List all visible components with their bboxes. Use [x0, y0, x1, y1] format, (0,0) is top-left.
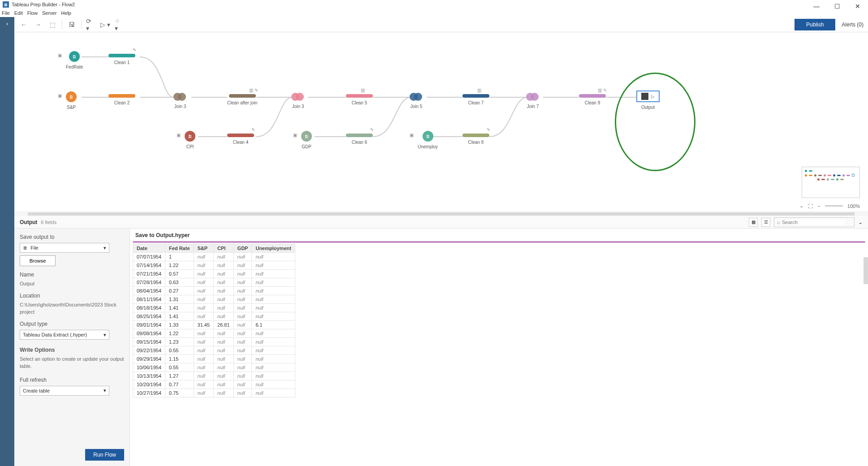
table-cell: null — [233, 278, 252, 287]
node-clean1[interactable]: ✎ Clean 1 — [108, 54, 135, 65]
node-join5[interactable]: .node[data-name="node-join5"] .join::bef… — [410, 92, 423, 109]
table-row[interactable]: 09/22/19540.55nullnullnullnull — [133, 346, 295, 355]
alerts-label[interactable]: Alerts (0) — [842, 22, 864, 28]
column-header[interactable]: CPI — [214, 244, 234, 253]
table-row[interactable]: 07/07/19541nullnullnullnull — [133, 253, 295, 261]
node-clean5[interactable]: ▥ Clean 5 — [346, 94, 373, 105]
menu-flow[interactable]: Flow — [27, 10, 38, 16]
run-icon[interactable]: ▷ ▾ — [100, 20, 110, 30]
node-gdp[interactable]: ▣ 🗎 GDP — [301, 131, 312, 149]
node-clean7[interactable]: ▥ Clean 7 — [462, 94, 489, 105]
minimap[interactable] — [802, 167, 860, 198]
menu-edit[interactable]: Edit — [14, 10, 23, 16]
node-clean6[interactable]: ✎ Clean 6 — [346, 134, 373, 145]
node-sp[interactable]: ▣ 🗎 S&P — [66, 91, 77, 110]
run-flow-button[interactable]: Run Flow — [85, 449, 124, 461]
search-box[interactable]: ⌕ — [774, 217, 855, 227]
clean-bar — [229, 94, 256, 98]
node-output[interactable]: ▷ Output — [636, 91, 660, 110]
table-cell: null — [214, 270, 234, 278]
table-cell: 1.33 — [165, 321, 194, 329]
node-clean8[interactable]: ✎ Clean 8 — [462, 134, 489, 145]
node-fedrate[interactable]: ▣ 🗎 FedRate — [66, 51, 83, 69]
close-button[interactable]: ✕ — [847, 0, 868, 13]
node-clean4[interactable]: ✎ Clean 4 — [227, 134, 254, 145]
table-row[interactable]: 09/08/19541.22nullnullnullnull — [133, 329, 295, 338]
node-label: Join 3 — [173, 104, 187, 109]
column-header[interactable]: Date — [133, 244, 165, 253]
table-cell: null — [233, 261, 252, 270]
canvas-scrollbar[interactable] — [14, 211, 868, 216]
fullscreen-icon[interactable]: ⛶ — [808, 203, 813, 209]
table-row[interactable]: 08/25/19541.41nullnullnullnull — [133, 312, 295, 321]
left-rail[interactable]: › — [0, 17, 14, 466]
table-cell: 26.81 — [214, 321, 234, 329]
refresh-icon[interactable]: ⟳ ▾ — [86, 20, 96, 30]
table-row[interactable]: 07/14/19541.22nullnullnullnull — [133, 261, 295, 270]
table-cell: null — [252, 372, 295, 380]
output-type-select[interactable]: Tableau Data Extract (.hyper) ▾ — [20, 330, 109, 340]
table-row[interactable]: 08/11/19541.31nullnullnullnull — [133, 295, 295, 304]
node-clean2[interactable]: Clean 2 — [108, 94, 135, 105]
play-icon[interactable]: ▷ — [651, 94, 655, 99]
maximize-button[interactable]: ☐ — [827, 0, 847, 13]
column-header[interactable]: Unemployment — [252, 244, 295, 253]
back-button[interactable]: ← — [19, 20, 29, 30]
full-refresh-select[interactable]: Create table ▾ — [20, 386, 109, 396]
node-join7[interactable]: .node[data-name="node-join7"] .join::bef… — [526, 92, 540, 109]
expand-rail-icon[interactable]: › — [6, 21, 8, 27]
table-row[interactable]: 08/04/19540.27nullnullnullnull — [133, 287, 295, 295]
column-header[interactable]: GDP — [233, 244, 252, 253]
menu-server[interactable]: Server — [42, 10, 56, 16]
table-cell: null — [194, 295, 214, 304]
table-row[interactable]: 09/29/19541.15nullnullnullnull — [133, 355, 295, 363]
table-row[interactable]: 10/27/19540.75nullnullnullnull — [133, 389, 295, 397]
node-cleanafterjoin[interactable]: ▥ ✎ Clean after join — [227, 94, 257, 105]
node-join3a[interactable]: .node[data-name="node-join3a"] .join::be… — [173, 92, 187, 109]
list-view-icon[interactable]: ☰ — [761, 218, 770, 227]
node-join3b[interactable]: .node[data-name="node-join3b"] .join::be… — [291, 92, 305, 109]
minimize-button[interactable]: — — [806, 0, 827, 13]
flow-canvas[interactable]: ▣ 🗎 FedRate ✎ Clean 1 ▣ 🗎 S&P Cl — [14, 32, 868, 211]
table-row[interactable]: 07/28/19540.63nullnullnullnull — [133, 278, 295, 287]
node-clean9[interactable]: ▥ ✎ Clean 9 — [579, 94, 606, 105]
dropdown-icon[interactable]: ⌄ — [858, 219, 863, 225]
browse-button[interactable]: Browse — [20, 255, 56, 266]
table-row[interactable]: 10/13/19541.27nullnullnullnull — [133, 372, 295, 380]
node-cpi[interactable]: ▣ 🗎 CPI — [185, 131, 195, 149]
table-cell: 09/15/1954 — [133, 338, 165, 346]
full-refresh-label: Full refresh — [20, 377, 124, 383]
table-cell: 1.15 — [165, 355, 194, 363]
zoom-out-icon[interactable]: − — [817, 203, 820, 209]
search-input[interactable] — [782, 220, 845, 225]
menu-file[interactable]: File — [2, 10, 10, 16]
cluster-icon[interactable]: ⁘ ▾ — [115, 20, 125, 30]
save-to-title: Save to Output.hyper — [130, 229, 868, 241]
table-row[interactable]: 10/06/19540.55nullnullnullnull — [133, 363, 295, 372]
table-scrollbar[interactable] — [864, 257, 868, 284]
table-cell: null — [194, 312, 214, 321]
table-row[interactable]: 07/21/19540.57nullnullnullnull — [133, 270, 295, 278]
table-row[interactable]: 08/18/19541.41nullnullnullnull — [133, 304, 295, 312]
grid-view-icon[interactable]: ▦ — [749, 218, 758, 227]
collapse-icon[interactable]: ⌄ — [799, 203, 803, 209]
column-header[interactable]: Fed Rate — [165, 244, 194, 253]
table-cell: null — [233, 346, 252, 355]
table-row[interactable]: 09/15/19541.23nullnullnullnull — [133, 338, 295, 346]
table-row[interactable]: 10/20/19540.77nullnullnullnull — [133, 380, 295, 389]
menu-help[interactable]: Help — [61, 10, 71, 16]
presentation-icon[interactable]: ⬚ — [48, 20, 57, 30]
node-label: Join 5 — [410, 104, 423, 109]
datasource-circle: 🗎 — [66, 91, 77, 102]
save-output-select[interactable]: 🗎File ▾ — [20, 243, 109, 253]
table-cell: null — [214, 295, 234, 304]
column-header[interactable]: S&P — [194, 244, 214, 253]
node-unemploy[interactable]: ▣ 🗎 Unemploy — [418, 131, 438, 149]
table-cell: null — [252, 355, 295, 363]
save-icon[interactable]: 🖫 — [67, 20, 77, 30]
forward-button[interactable]: → — [33, 20, 43, 30]
table-row[interactable]: 09/01/19541.3331.4526.81null6.1 — [133, 321, 295, 329]
name-label: Name — [20, 272, 124, 278]
zoom-slider[interactable] — [825, 205, 843, 207]
publish-button[interactable]: Publish — [795, 19, 835, 30]
